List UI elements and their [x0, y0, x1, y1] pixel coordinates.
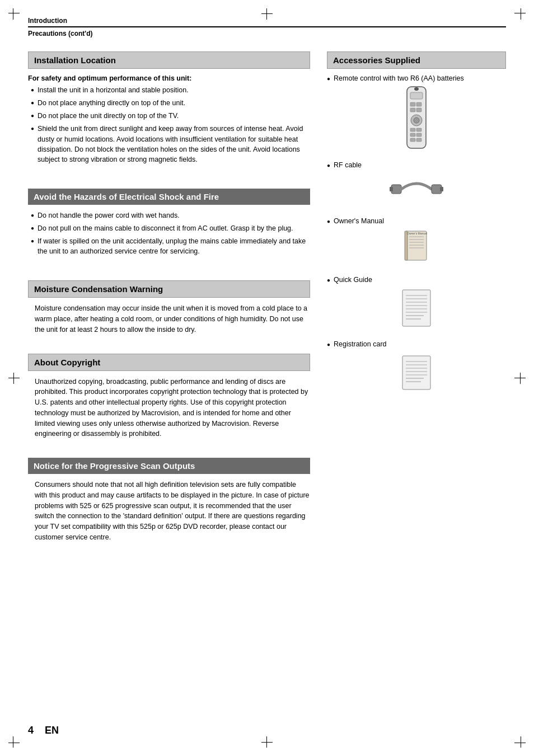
progressive-scan-heading: Notice for the Progressive Scan Outputs — [28, 458, 310, 474]
center-mark-left — [8, 373, 20, 384]
moisture-body: Moisture condensation may occur inside t… — [28, 303, 310, 335]
accessory-reg-label: Registration card — [327, 340, 506, 348]
list-item: Do not handle the power cord with wet ha… — [31, 210, 310, 220]
copyright-heading: About Copyright — [28, 354, 310, 371]
corner-mark-tl — [8, 8, 20, 20]
list-item: Install the unit in a horizontal and sta… — [31, 85, 310, 95]
svg-rect-13 — [416, 138, 421, 142]
list-item: Do not place the unit directly on top of… — [31, 111, 310, 121]
accessory-manual-image: Owner's Manual — [327, 228, 506, 265]
rf-cable-icon — [388, 172, 444, 206]
svg-rect-18 — [440, 187, 443, 191]
language-label: EN — [45, 725, 59, 736]
moisture-section: Moisture Condensation Warning Moisture c… — [28, 280, 310, 335]
left-column-sections: Installation Location For safety and opt… — [28, 51, 310, 553]
page: Introduction Precautions (cont'd) Instal… — [0, 0, 534, 756]
svg-rect-36 — [402, 356, 430, 389]
svg-point-14 — [414, 87, 419, 91]
svg-point-7 — [414, 118, 419, 123]
copyright-body: Unauthorized copying, broadcasting, publ… — [28, 377, 310, 440]
accessory-quick-guide: Quick Guide — [327, 276, 506, 329]
installation-location-list: Install the unit in a horizontal and sta… — [28, 85, 310, 165]
list-item: Shield the unit from direct sunlight and… — [31, 124, 310, 165]
progressive-scan-body: Consumers should note that not all high … — [28, 480, 310, 543]
registration-card-icon — [396, 351, 438, 393]
svg-rect-12 — [410, 138, 415, 142]
page-number: 4 — [28, 725, 34, 736]
svg-rect-19 — [405, 231, 427, 260]
svg-rect-3 — [416, 102, 421, 106]
remote-control-icon — [397, 86, 436, 150]
svg-rect-9 — [416, 128, 421, 132]
quick-guide-icon — [396, 287, 438, 329]
accessory-guide-image — [327, 287, 506, 329]
installation-location-section: Installation Location For safety and opt… — [28, 51, 310, 170]
accessory-rf-label: RF cable — [327, 161, 506, 169]
electrical-hazard-list: Do not handle the power cord with wet ha… — [28, 210, 310, 257]
corner-mark-br — [514, 736, 526, 748]
accessory-remote: Remote control with two R6 (AA) batterie… — [327, 74, 506, 150]
svg-rect-10 — [410, 133, 415, 137]
owners-manual-icon: Owner's Manual — [397, 228, 436, 265]
right-column: Accessories Supplied Remote control with… — [327, 51, 506, 553]
svg-rect-11 — [416, 133, 421, 137]
accessory-registration: Registration card — [327, 340, 506, 393]
content-columns: Installation Location For safety and opt… — [28, 51, 506, 553]
accessory-rf-cable: RF cable — [327, 161, 506, 206]
left-column: Installation Location For safety and opt… — [28, 51, 310, 553]
svg-rect-8 — [410, 128, 415, 132]
corner-mark-bl — [8, 736, 20, 748]
list-item: Do not pull on the mains cable to discon… — [31, 223, 310, 233]
corner-mark-tr — [514, 8, 526, 20]
header-subtitle: Precautions (cont'd) — [28, 30, 506, 37]
list-item: If water is spilled on the unit accident… — [31, 236, 310, 256]
svg-rect-5 — [416, 108, 421, 112]
moisture-heading: Moisture Condensation Warning — [28, 280, 310, 298]
accessory-remote-label: Remote control with two R6 (AA) batterie… — [327, 74, 506, 82]
accessories-heading: Accessories Supplied — [327, 51, 506, 69]
accessory-rf-image — [327, 172, 506, 206]
copyright-section: About Copyright Unauthorized copying, br… — [28, 354, 310, 440]
accessory-reg-image — [327, 351, 506, 393]
svg-rect-1 — [410, 92, 423, 99]
svg-rect-16 — [390, 187, 393, 191]
installation-location-heading: Installation Location — [28, 51, 310, 69]
center-mark-right — [514, 373, 526, 384]
svg-rect-20 — [405, 231, 407, 260]
svg-rect-4 — [410, 108, 415, 112]
accessory-manual-label: Owner's Manual — [327, 217, 506, 225]
svg-rect-2 — [410, 102, 415, 106]
installation-location-bold: For safety and optimum performance of th… — [28, 74, 310, 82]
progressive-scan-section: Notice for the Progressive Scan Outputs … — [28, 458, 310, 543]
svg-text:Owner's Manual: Owner's Manual — [407, 232, 427, 235]
accessory-remote-image — [327, 86, 506, 150]
center-mark-bottom — [261, 736, 273, 748]
accessory-guide-label: Quick Guide — [327, 276, 506, 284]
page-footer: 4 EN — [28, 725, 59, 736]
center-mark-top — [261, 8, 273, 20]
accessory-manual: Owner's Manual Owner's Manual — [327, 217, 506, 265]
electrical-hazard-heading: Avoid the Hazards of Electrical Shock an… — [28, 189, 310, 205]
electrical-hazard-section: Avoid the Hazards of Electrical Shock an… — [28, 189, 310, 262]
list-item: Do not place anything directly on top of… — [31, 98, 310, 108]
